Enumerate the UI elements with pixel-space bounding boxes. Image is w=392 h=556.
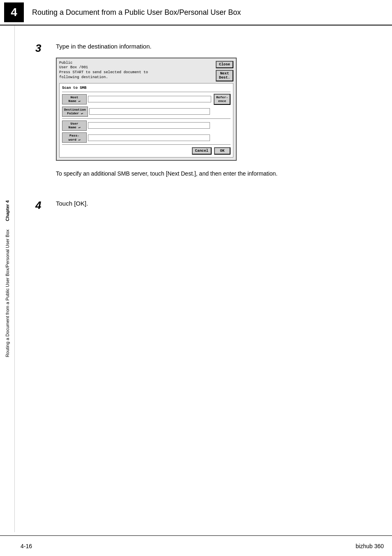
content-area: 3 Type in the destination information. P… xyxy=(15,25,392,532)
scan-to-smb-label: Scan to SMB xyxy=(62,86,231,90)
destination-folder-label: Destination Folder ↵ xyxy=(62,107,88,117)
destination-folder-row: Destination Folder ↵ xyxy=(62,107,231,117)
step-3-number: 3 xyxy=(35,42,48,187)
page-number: 4-16 xyxy=(21,543,32,549)
step-4-text: Touch [OK]. xyxy=(56,199,367,208)
step-4-content: Touch [OK]. xyxy=(56,199,367,215)
page-footer: 4-16 bizhub 360 xyxy=(0,535,392,556)
ok-button[interactable]: OK xyxy=(214,147,231,155)
main-layout: Chapter 4 Routing a Document from a Publ… xyxy=(0,25,392,532)
password-input[interactable] xyxy=(88,134,210,141)
cancel-button[interactable]: Cancel xyxy=(192,147,212,155)
host-name-label: Host Name ↵ xyxy=(62,94,87,104)
screen-status: Public User Box /001 Press START to send… xyxy=(59,61,148,80)
chapter-number-badge: 4 xyxy=(4,2,24,22)
chapter-title: Routing a Document from a Public User Bo… xyxy=(32,8,241,17)
step-4: 4 Touch [OK]. xyxy=(35,199,367,215)
user-name-input[interactable] xyxy=(88,122,210,129)
step-3-text: Type in the destination information. xyxy=(56,42,367,51)
host-name-input[interactable] xyxy=(88,96,211,102)
step-3-content: Type in the destination information. Pub… xyxy=(56,42,367,187)
step-4-number: 4 xyxy=(35,199,48,215)
screen-bottom-bar: Cancel OK xyxy=(62,147,231,155)
user-name-label: User Name ↵ xyxy=(62,120,87,131)
brand-name: bizhub 360 xyxy=(355,543,384,549)
reference-button[interactable]: Refer- ence xyxy=(214,94,231,105)
password-row: Pass- word ↵ xyxy=(62,132,231,143)
user-name-row: User Name ↵ xyxy=(62,120,231,131)
sidebar-chapter-title: Routing a Document from a Public User Bo… xyxy=(5,229,10,357)
page-header: 4 Routing a Document from a Public User … xyxy=(0,0,392,25)
step-3-note: To specify an additional SMB server, tou… xyxy=(56,169,367,178)
next-dest-button[interactable]: Next Dest. xyxy=(216,70,233,81)
screen-top-bar: Public User Box /001 Press START to send… xyxy=(59,61,233,81)
password-label: Pass- word ↵ xyxy=(62,132,87,143)
sidebar-chapter-label: Chapter 4 xyxy=(5,200,10,221)
screen-mockup: Public User Box /001 Press START to send… xyxy=(56,58,237,161)
close-button[interactable]: Close xyxy=(216,61,233,68)
step-3: 3 Type in the destination information. P… xyxy=(35,42,367,187)
screen-status-text: Public User Box /001 Press START to send… xyxy=(59,61,148,80)
host-name-row: Host Name ↵ Refer- ence xyxy=(62,94,231,105)
screen-body: Scan to SMB Host Name ↵ Refer- ence xyxy=(59,83,233,158)
destination-folder-input[interactable] xyxy=(89,108,210,115)
left-sidebar: Chapter 4 Routing a Document from a Publ… xyxy=(0,25,15,532)
